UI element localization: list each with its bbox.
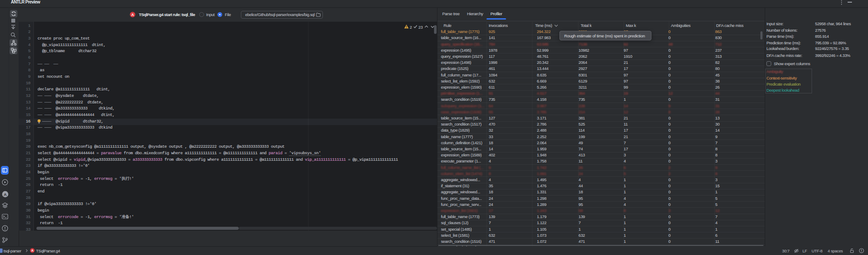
svg-text:A: A	[4, 192, 7, 197]
svg-text:A: A	[31, 249, 33, 252]
svg-text:A: A	[131, 13, 134, 17]
